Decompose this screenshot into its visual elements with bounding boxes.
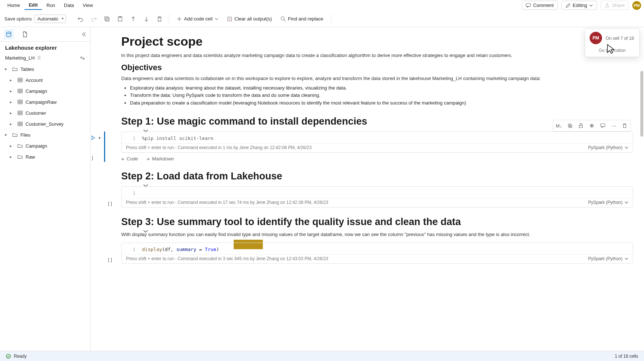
sidebar-collapse-button[interactable] [81,32,87,37]
svg-rect-14 [569,125,572,128]
tree-node-table[interactable]: ▸Customer_Survey [2,118,90,129]
collapse-icon [81,32,87,37]
code-cell-2[interactable]: [ ] 1 Press shift + enter to run - Comma… [121,186,633,208]
undo-button[interactable] [75,13,87,25]
menu-data[interactable]: Data [60,1,78,10]
tree-node-table[interactable]: ▸CampaignRaw [2,96,90,107]
code-cell-1[interactable]: M↓ ⋯ ▾ [ ] 1 [104,132,633,162]
lock-icon [578,123,583,128]
redo-button[interactable] [88,13,100,25]
kernel-selector[interactable]: PySpark (Python) [588,145,628,150]
file-icon [22,31,28,37]
menu-run[interactable]: Run [42,1,60,10]
code-cell-3[interactable]: [ ] 1 display(df, summary = True) Press … [121,243,633,264]
tree-node-table[interactable]: ▸Customer [2,107,90,118]
cell-copy-button[interactable] [566,121,574,130]
folder-icon [18,154,23,159]
collaborator-status: On cell 7 of 18 [606,36,635,41]
collaborator-avatar[interactable]: PM [590,32,602,44]
tree-node-folder[interactable]: ▸Raw [2,151,90,162]
line-number: 1 [127,190,135,196]
menu-edit[interactable]: Edit [24,1,42,10]
cell-lock-button[interactable] [576,121,585,130]
objective-item: Data preparation to create a classificat… [130,99,633,107]
table-icon [18,77,23,83]
tree-node-table[interactable]: ▸Campaign [2,86,90,96]
tree-node-files[interactable]: ▾ Files [2,129,90,140]
status-text: Ready [14,354,27,359]
execution-brackets: [ ] [91,155,93,160]
add-code-inline-button[interactable]: +Code [121,156,138,162]
cell-delete-button[interactable] [620,121,629,130]
objectives-heading: Objectives [121,63,633,72]
user-avatar[interactable]: PM [632,1,641,10]
tree-node-folder[interactable]: ▸Campaign [2,140,90,151]
svg-rect-1 [105,17,108,20]
code-content[interactable]: display(df, summary = True) [142,247,219,252]
run-hint: Press shift + enter to run [126,200,174,205]
tree-node-label: Account [26,77,43,83]
cell-comment-button[interactable] [598,121,607,130]
add-markdown-inline-button[interactable]: +Markdown [147,156,174,162]
table-icon [18,121,23,126]
trash-icon [622,123,627,128]
go-to-location-link[interactable]: Go to location [590,48,635,53]
collapse-section-button[interactable] [143,229,148,234]
sidebar-tab-files[interactable] [20,29,30,39]
presence-flyout: PM On cell 7 of 18 Go to location [585,28,640,57]
delete-button[interactable] [154,13,165,25]
table-icon [18,88,23,94]
paste-button[interactable] [114,13,126,25]
tree-node-label: Tables [20,66,34,72]
move-down-button[interactable] [141,13,152,25]
redo-icon [91,16,97,22]
tree-node-tables[interactable]: ▾ Tables [2,64,90,75]
objective-item: Exploratory data analysis: learning abou… [130,84,633,92]
copy-icon [567,123,572,128]
cell-freeze-button[interactable] [587,121,596,130]
pin-icon[interactable] [37,56,41,60]
execution-brackets: [ ] [108,201,112,206]
menu-home[interactable]: Home [3,1,24,10]
step2-heading: Step 2: Load data from Lakehouse [121,171,633,182]
tree-node-table[interactable]: ▸Account [2,75,90,86]
copy-button[interactable] [101,13,113,25]
scrollbar-thumb[interactable] [640,71,643,137]
cell-more-button[interactable]: ⋯ [609,121,618,130]
refresh-button[interactable] [80,56,85,61]
plus-icon [177,16,182,22]
refresh-icon [80,56,85,61]
run-cell-button[interactable] [91,134,97,142]
chevron-down-icon: ▾ [2,133,9,137]
editing-mode-button[interactable]: Editing [561,1,597,10]
find-replace-label: Find and replace [288,16,323,22]
code-content[interactable]: %pip install scikit-learn [142,136,214,141]
clear-output-button[interactable]: Clear all output(s) [223,13,276,25]
svg-point-6 [281,16,284,20]
tree-node-label: Customer_Survey [26,121,64,127]
markdown-toggle-button[interactable]: M↓ [555,121,563,130]
lakehouse-name[interactable]: Marketing_LH [5,55,35,61]
chevron-down-icon: ▾ [2,67,9,72]
collapse-section-button[interactable] [143,41,148,46]
menu-view[interactable]: View [78,1,97,10]
save-options-select[interactable]: Automatic [34,15,66,23]
folder-icon [12,132,18,137]
lakehouse-icon [6,31,12,37]
add-code-cell-button[interactable]: Add code cell [173,13,222,25]
run-options-button[interactable]: ▾ [99,136,101,140]
sidebar-tab-lakehouse[interactable] [4,29,14,39]
move-up-button[interactable] [127,13,139,25]
share-button[interactable]: Share [601,1,629,10]
kernel-selector[interactable]: PySpark (Python) [588,256,628,261]
svg-rect-11 [18,111,22,115]
toolbar-divider [331,14,331,24]
comment-button[interactable]: Comment [522,1,557,10]
find-replace-button[interactable]: Find and replace [277,13,327,25]
svg-rect-13 [568,124,571,127]
kernel-selector[interactable]: PySpark (Python) [588,200,628,205]
line-number: 1 [127,136,135,141]
snowflake-icon [589,123,594,128]
toolbar-divider [169,14,169,24]
chevron-right-icon: ▸ [7,100,15,104]
